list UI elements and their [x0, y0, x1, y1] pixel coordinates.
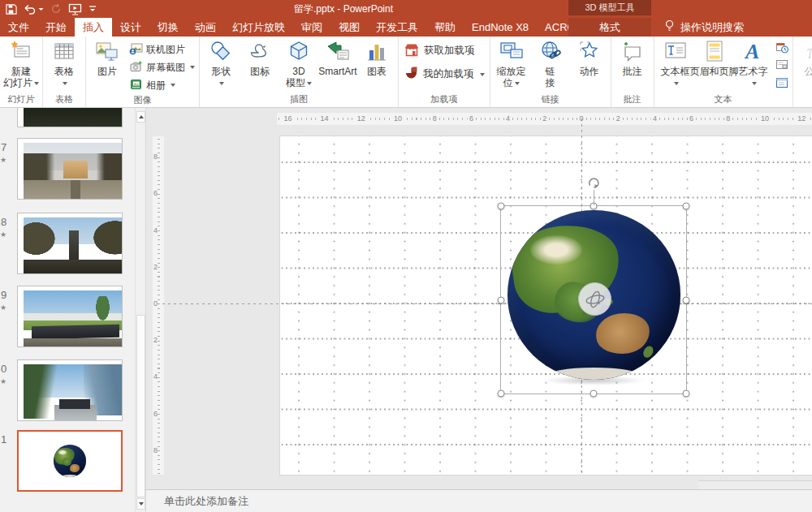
chart-icon: [365, 40, 388, 66]
scroll-up-button[interactable]: [136, 111, 145, 123]
comment-button[interactable]: 批注: [613, 37, 652, 77]
ruler-number: 8: [724, 113, 732, 125]
ribbon-group-批注: 批注批注: [611, 37, 654, 107]
thumbnail-photo: [24, 436, 115, 486]
tab-动画[interactable]: 动画: [187, 18, 224, 37]
resize-handle-s[interactable]: [590, 390, 598, 398]
slide-number: 0: [1, 363, 12, 375]
tab-视图[interactable]: 视图: [330, 18, 368, 37]
tab-开始[interactable]: 开始: [37, 18, 75, 37]
wordart-button[interactable]: A艺术字: [734, 37, 773, 88]
resize-handle-ne[interactable]: [683, 203, 690, 210]
undo-icon: [24, 4, 37, 15]
horizontal-guide[interactable]: [162, 303, 812, 304]
date-time-button[interactable]: [773, 41, 791, 57]
table-label: 表格: [54, 66, 74, 88]
3d-models-button[interactable]: 3D模型: [279, 37, 318, 88]
zoom-label: 缩放定位: [497, 66, 526, 88]
tab-文件[interactable]: 文件: [0, 18, 37, 37]
slide-number-button[interactable]: [773, 58, 791, 75]
tab-开发工具[interactable]: 开发工具: [368, 18, 426, 37]
3d-rotate-gizmo[interactable]: [578, 282, 611, 316]
slidenumber-icon: [775, 59, 788, 74]
shapes-button[interactable]: 形状: [201, 37, 240, 88]
tab-format-contextual[interactable]: 格式: [568, 18, 651, 37]
save-button[interactable]: [5, 1, 17, 17]
horizontal-ruler: 161412108642024681012: [277, 113, 812, 125]
table-icon: [53, 40, 76, 66]
get-add-ins-button[interactable]: 获取加载项: [400, 39, 488, 62]
resize-handle-e[interactable]: [683, 296, 690, 303]
shapes-label: 形状: [211, 66, 231, 88]
scroll-down-button[interactable]: [136, 498, 145, 510]
ruler-number: 2: [153, 335, 158, 345]
photo-album-label: 相册: [146, 79, 166, 93]
tab-插入[interactable]: 插入: [75, 18, 112, 37]
my-add-ins-label: 我的加载项: [423, 67, 474, 81]
slide-thumbnail-selected[interactable]: [17, 430, 123, 492]
customize-qat-button[interactable]: [89, 1, 97, 17]
tab-审阅[interactable]: 审阅: [293, 18, 330, 37]
smartart-button[interactable]: SmartArt: [318, 37, 357, 77]
dropdown-arrow-icon: [307, 82, 312, 85]
tab-帮助[interactable]: 帮助: [426, 18, 464, 37]
object-button[interactable]: [773, 76, 791, 93]
notes-splitter[interactable]: [698, 480, 812, 489]
model3d-icon: [287, 40, 310, 66]
tab-设计[interactable]: 设计: [112, 18, 149, 37]
tell-me-search[interactable]: 操作说明搜索: [664, 18, 744, 37]
new-slide-button[interactable]: 新建幻灯片: [2, 37, 41, 88]
thumbnail-scrollbar[interactable]: [135, 108, 145, 512]
chart-button[interactable]: 图表: [357, 37, 396, 77]
group-label-图像: 图像: [88, 94, 197, 107]
star-marker-icon: ★: [0, 156, 10, 164]
screenshot-button[interactable]: 屏幕截图: [127, 58, 197, 76]
ribbon-group-文本: 文本框页眉和页脚A艺术字文本: [654, 37, 793, 107]
photo-album-icon: [129, 78, 143, 93]
slide-number: 8: [1, 216, 12, 228]
qat-more-icon: [89, 4, 97, 14]
header-footer-button[interactable]: 页眉和页脚: [695, 37, 734, 77]
ruler-number: 10: [759, 113, 771, 125]
notes-pane[interactable]: 单击此处添加备注: [146, 489, 812, 512]
resize-handle-sw[interactable]: [498, 390, 505, 398]
text-box-label: 文本框: [661, 66, 690, 88]
new-slide-icon: [9, 39, 33, 67]
icons-button[interactable]: 图标: [240, 37, 279, 77]
pictures-button[interactable]: 图片: [88, 37, 127, 77]
rotation-handle-icon[interactable]: [585, 174, 603, 191]
shapes-icon: [209, 40, 232, 66]
tab-切换[interactable]: 切换: [149, 18, 187, 37]
resize-handle-w[interactable]: [498, 296, 505, 303]
slide-thumbnail[interactable]: [17, 286, 123, 347]
thumbnail-photo: [24, 143, 123, 200]
slide-thumbnail[interactable]: [17, 213, 123, 274]
group-label-批注: 批注: [613, 93, 652, 107]
slide-thumbnail[interactable]: [17, 359, 123, 421]
scrollbar-thumb[interactable]: [136, 315, 145, 497]
table-button[interactable]: 表格: [45, 37, 84, 88]
redo-button[interactable]: [50, 1, 62, 17]
resize-handle-nw[interactable]: [498, 203, 505, 210]
undo-button[interactable]: [24, 1, 44, 17]
online-pictures-button[interactable]: 联机图片: [127, 41, 197, 58]
resize-handle-se[interactable]: [683, 390, 690, 398]
notes-placeholder[interactable]: 单击此处添加备注: [164, 490, 812, 512]
my-add-ins-button[interactable]: 我的加载项: [400, 62, 488, 86]
slide-thumbnail-partial[interactable]: [17, 108, 123, 127]
link-button[interactable]: 链接: [531, 37, 570, 88]
smartart-icon: [326, 40, 350, 66]
slide-number: 7: [1, 141, 12, 153]
start-slideshow-button[interactable]: [68, 1, 82, 17]
contextual-tab-group-label: 3D 模型工具: [568, 0, 651, 15]
tab-幻灯片放映[interactable]: 幻灯片放映: [224, 18, 293, 37]
store-icon: [404, 42, 420, 60]
dropdown-arrow-icon: [38, 7, 44, 11]
action-button[interactable]: 动作: [570, 37, 609, 77]
slide-thumbnail[interactable]: [17, 138, 123, 200]
zoom-button[interactable]: 缩放定位: [492, 37, 531, 88]
tab-EndNote X8[interactable]: EndNote X8: [464, 18, 537, 37]
text-box-button[interactable]: 文本框: [656, 37, 695, 88]
star-marker-icon: ★: [0, 303, 10, 312]
photo-album-button[interactable]: 相册: [127, 76, 197, 94]
